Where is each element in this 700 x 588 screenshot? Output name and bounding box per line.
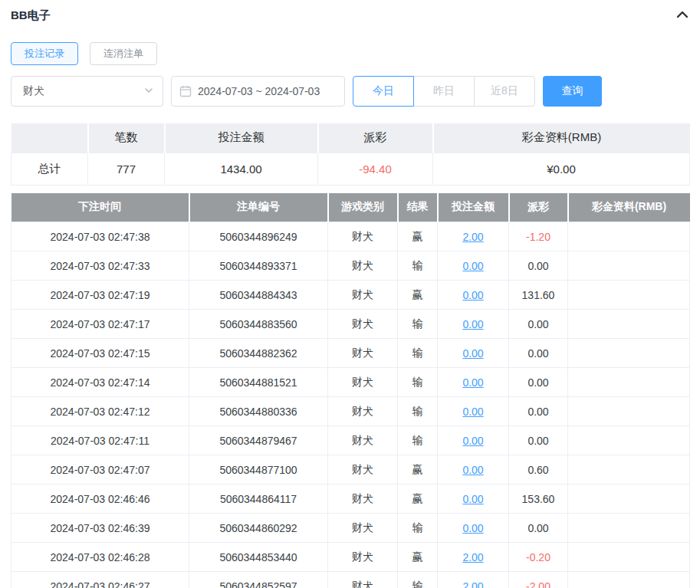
cell-bonus bbox=[568, 426, 690, 455]
cell-time: 2024-07-03 02:46:28 bbox=[12, 543, 189, 572]
cell-game: 财犬 bbox=[328, 514, 398, 543]
cell-time: 2024-07-03 02:47:14 bbox=[12, 368, 189, 397]
header-order-id: 注单编号 bbox=[189, 193, 328, 222]
cell-time: 2024-07-03 02:47:33 bbox=[12, 251, 189, 281]
cell-time: 2024-07-03 02:47:19 bbox=[12, 281, 189, 310]
summary-header-count: 笔数 bbox=[88, 123, 165, 153]
header-result: 结果 bbox=[398, 193, 438, 222]
cell-result: 输 bbox=[398, 339, 438, 368]
cell-bet-link[interactable]: 0.00 bbox=[462, 406, 483, 418]
tab-bet-records[interactable]: 投注记录 bbox=[11, 42, 78, 65]
page-title: BB电子 bbox=[11, 8, 51, 23]
cell-bet-link[interactable]: 2.00 bbox=[462, 580, 483, 588]
cell-payout: 153.60 bbox=[509, 485, 568, 514]
cell-order-id: 5060344880336 bbox=[189, 397, 328, 426]
cell-game: 财犬 bbox=[328, 339, 398, 368]
header-bonus: 彩金资料(RMB) bbox=[568, 193, 690, 222]
cell-bonus bbox=[568, 514, 690, 543]
cell-result: 赢 bbox=[398, 222, 438, 251]
summary-table: 笔数 投注金额 派彩 彩金资料(RMB) 总计 777 1434.00 -94.… bbox=[11, 123, 690, 186]
cell-payout: 0.00 bbox=[509, 514, 568, 543]
cell-result: 赢 bbox=[398, 543, 438, 572]
cell-payout: 0.00 bbox=[509, 251, 568, 281]
cell-order-id: 5060344879467 bbox=[189, 426, 328, 455]
cell-order-id: 5060344881521 bbox=[189, 368, 328, 397]
range-today-button[interactable]: 今日 bbox=[353, 76, 414, 107]
cell-order-id: 5060344852597 bbox=[189, 572, 328, 588]
cell-bet-link[interactable]: 0.00 bbox=[462, 522, 483, 534]
chevron-up-icon bbox=[675, 8, 689, 24]
cell-payout: 0.60 bbox=[509, 455, 568, 485]
cell-bet-link[interactable]: 0.00 bbox=[462, 464, 483, 476]
cell-bonus bbox=[568, 281, 690, 310]
cell-bet-link[interactable]: 0.00 bbox=[462, 260, 483, 272]
cell-order-id: 5060344853440 bbox=[189, 543, 328, 572]
cell-order-id: 5060344882362 bbox=[189, 339, 328, 368]
table-row: 2024-07-03 02:47:14 5060344881521 财犬 输 0… bbox=[12, 368, 690, 397]
summary-total-row: 总计 777 1434.00 -94.40 ¥0.00 bbox=[12, 153, 690, 185]
cell-game: 财犬 bbox=[328, 281, 398, 310]
cell-bonus bbox=[568, 368, 690, 397]
cell-order-id: 5060344877100 bbox=[189, 455, 328, 485]
summary-header-row: 笔数 投注金额 派彩 彩金资料(RMB) bbox=[12, 123, 690, 153]
table-row: 2024-07-03 02:46:39 5060344860292 财犬 输 0… bbox=[12, 514, 690, 543]
cell-time: 2024-07-03 02:46:27 bbox=[12, 572, 189, 588]
cell-game: 财犬 bbox=[328, 572, 398, 588]
tab-cancelled-orders[interactable]: 连消注单 bbox=[90, 42, 157, 65]
cell-payout: 0.00 bbox=[509, 339, 568, 368]
cell-bet-link[interactable]: 0.00 bbox=[462, 347, 483, 360]
cell-bet-link[interactable]: 0.00 bbox=[462, 435, 483, 447]
cell-result: 输 bbox=[398, 310, 438, 339]
cell-time: 2024-07-03 02:46:39 bbox=[12, 514, 189, 543]
cell-game: 财犬 bbox=[328, 426, 398, 455]
cell-payout: 131.60 bbox=[509, 281, 568, 310]
cell-game: 财犬 bbox=[328, 455, 398, 485]
calendar-icon bbox=[179, 85, 192, 97]
cell-time: 2024-07-03 02:47:12 bbox=[12, 397, 189, 426]
cell-bonus bbox=[568, 339, 690, 368]
range-yesterday-button[interactable]: 昨日 bbox=[413, 76, 475, 107]
table-row: 2024-07-03 02:47:33 5060344893371 财犬 输 0… bbox=[12, 251, 690, 281]
cell-time: 2024-07-03 02:47:38 bbox=[12, 222, 189, 251]
cell-result: 输 bbox=[398, 514, 438, 543]
cell-game: 财犬 bbox=[328, 543, 398, 572]
table-row: 2024-07-03 02:46:46 5060344864117 财犬 赢 0… bbox=[12, 485, 690, 514]
game-select[interactable]: 财犬 bbox=[11, 76, 163, 107]
cell-bet-link[interactable]: 0.00 bbox=[462, 289, 483, 301]
cell-time: 2024-07-03 02:46:46 bbox=[12, 485, 189, 514]
summary-total-payout: -94.40 bbox=[318, 153, 433, 185]
filter-bar: 财犬 2024-07-03 ~ 2024-07-03 今日 昨日 近8日 查询 bbox=[11, 76, 689, 107]
summary-total-bet-amount: 1434.00 bbox=[165, 153, 318, 185]
cell-payout: 0.00 bbox=[509, 310, 568, 339]
cell-time: 2024-07-03 02:47:17 bbox=[12, 310, 189, 339]
cell-bet-link[interactable]: 2.00 bbox=[462, 551, 483, 563]
date-range-input[interactable]: 2024-07-03 ~ 2024-07-03 bbox=[171, 76, 345, 107]
summary-header-bonus: 彩金资料(RMB) bbox=[433, 123, 690, 153]
cell-order-id: 5060344860292 bbox=[189, 514, 328, 543]
quick-range-group: 今日 昨日 近8日 bbox=[353, 76, 535, 107]
cell-bet-link[interactable]: 0.00 bbox=[462, 493, 483, 505]
table-row: 2024-07-03 02:47:19 5060344884343 财犬 赢 0… bbox=[12, 281, 690, 310]
cell-bet-link[interactable]: 2.00 bbox=[462, 231, 483, 243]
cell-result: 输 bbox=[398, 426, 438, 455]
cell-result: 输 bbox=[398, 572, 438, 588]
cell-game: 财犬 bbox=[328, 222, 398, 251]
bet-records-table: 下注时间 注单编号 游戏类别 结果 投注金额 派彩 彩金资料(RMB) 2024… bbox=[11, 193, 690, 588]
table-row: 2024-07-03 02:46:27 5060344852597 财犬 输 2… bbox=[12, 572, 690, 588]
range-last8days-button[interactable]: 近8日 bbox=[474, 76, 535, 107]
table-row: 2024-07-03 02:47:12 5060344880336 财犬 输 0… bbox=[12, 397, 690, 426]
cell-payout: 0.00 bbox=[509, 426, 568, 455]
header-game-type: 游戏类别 bbox=[328, 193, 398, 222]
cell-order-id: 5060344896249 bbox=[189, 222, 328, 251]
cell-payout: -1.20 bbox=[509, 222, 568, 251]
search-button[interactable]: 查询 bbox=[543, 76, 602, 107]
cell-bet-link[interactable]: 0.00 bbox=[462, 376, 483, 389]
cell-time: 2024-07-03 02:47:07 bbox=[12, 455, 189, 485]
cell-bet-link[interactable]: 0.00 bbox=[462, 318, 483, 330]
table-row: 2024-07-03 02:47:07 5060344877100 财犬 赢 0… bbox=[12, 455, 690, 485]
cell-payout: 0.00 bbox=[509, 368, 568, 397]
cell-order-id: 5060344893371 bbox=[189, 251, 328, 281]
bet-table-body: 2024-07-03 02:47:38 5060344896249 财犬 赢 2… bbox=[12, 222, 690, 588]
cell-bonus bbox=[568, 222, 690, 251]
collapse-button[interactable] bbox=[675, 8, 689, 24]
